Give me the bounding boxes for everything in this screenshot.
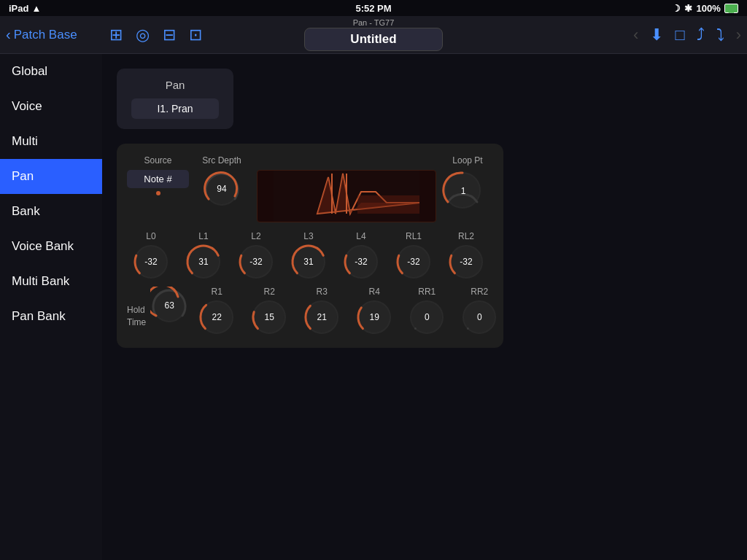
row1-knob-4[interactable]: -32 xyxy=(342,243,380,281)
hold-time-label: HoldTime xyxy=(127,304,146,329)
folder-icon[interactable]: ⊟ xyxy=(163,26,176,44)
library-icon[interactable]: ⊞ xyxy=(109,26,123,44)
prev-icon[interactable]: ‹ xyxy=(633,26,638,44)
src-depth-value: 94 xyxy=(217,184,226,194)
row1-knob-value-4: -32 xyxy=(355,257,367,267)
label-l2: L2 xyxy=(232,231,280,241)
src-depth-knob-container: 94 xyxy=(193,170,251,208)
row1-knob-col-2: -32 xyxy=(232,243,280,281)
panel-top-row: Source Note # Src Depth 94 xyxy=(127,155,493,222)
back-button[interactable]: ‹ Patch Base xyxy=(6,26,101,43)
row2-knob-4[interactable]: 0 xyxy=(408,298,446,336)
patch-title[interactable]: Untitled xyxy=(304,28,443,51)
source-label: Source xyxy=(127,155,189,166)
bluetooth-icon: ✱ xyxy=(684,3,692,14)
loop-pt-knob[interactable]: 1 xyxy=(442,170,483,211)
row2-knob-1[interactable]: 15 xyxy=(250,298,288,336)
row2-knob-col-2: 21 xyxy=(298,298,346,336)
waveform-section: Waveform xyxy=(257,155,436,222)
sidebar-item-pan-bank[interactable]: Pan Bank xyxy=(0,299,102,334)
row2-knob-value-1: 15 xyxy=(265,312,274,322)
row2-knob-value-4: 0 xyxy=(425,312,430,322)
row1-knobs: -32 31 -32 31 xyxy=(127,243,493,281)
note-dot xyxy=(156,191,160,195)
row1-knob-2[interactable]: -32 xyxy=(237,243,275,281)
label-l1: L1 xyxy=(179,231,228,241)
share-icon[interactable]: ⤴ xyxy=(697,26,705,44)
sidebar-item-pan[interactable]: Pan xyxy=(0,159,102,194)
row2-knob-value-5: 0 xyxy=(477,312,482,322)
export-icon[interactable]: ⤵ xyxy=(716,26,724,44)
sidebar-item-multi[interactable]: Multi xyxy=(0,124,102,159)
row1-knob-1[interactable]: 31 xyxy=(185,243,222,281)
sidebar-item-voice-bank[interactable]: Voice Bank xyxy=(0,229,102,264)
back-label: Patch Base xyxy=(14,28,77,42)
row2-knob-value-2: 21 xyxy=(317,312,327,322)
sidebar-item-bank[interactable]: Bank xyxy=(0,194,102,229)
row1-knob-5[interactable]: -32 xyxy=(395,243,433,281)
label-rl2: RL2 xyxy=(442,231,490,241)
label-rr1: RR1 xyxy=(403,287,451,297)
label-r1: R1 xyxy=(193,287,241,297)
row1-knob-col-1: 31 xyxy=(179,243,228,281)
sidebar-item-global[interactable]: Global xyxy=(0,54,102,89)
row1-knob-6[interactable]: -32 xyxy=(447,243,485,281)
battery-icon: ▓ xyxy=(724,4,738,13)
row1-knob-col-6: -32 xyxy=(442,243,490,281)
row1-knob-value-5: -32 xyxy=(407,257,419,267)
status-left: iPad ▲ xyxy=(9,3,41,14)
back-icon: ‹ xyxy=(6,26,11,43)
row2-knob-col-1: 15 xyxy=(245,298,293,336)
status-time: 5:52 PM xyxy=(355,3,391,14)
download-icon[interactable]: ⬇ xyxy=(650,26,663,44)
row2-knob-3[interactable]: 19 xyxy=(355,298,393,336)
wifi-label: iPad xyxy=(9,3,28,14)
doc-icon[interactable]: □ xyxy=(675,26,684,44)
loop-pt-value: 1 xyxy=(461,186,466,196)
clipboard-icon[interactable]: ⊡ xyxy=(189,26,202,44)
row1-knob-col-0: -32 xyxy=(127,243,175,281)
pan-card-value[interactable]: I1. Pran xyxy=(131,98,219,119)
row1-knob-col-3: 31 xyxy=(285,243,333,281)
nav-icons-left: ⊞ ◎ ⊟ ⊡ xyxy=(109,26,202,44)
hold-time-knob[interactable]: 63 xyxy=(150,287,188,324)
row1-knob-col-4: -32 xyxy=(337,243,385,281)
waveform-display[interactable] xyxy=(257,170,436,222)
row1-knob-value-6: -32 xyxy=(460,257,472,267)
loop-pt-section: Loop Pt 1 xyxy=(442,155,493,211)
pan-card-title: Pan xyxy=(131,79,219,91)
row1-labels: L0 L1 L2 L3 L4 RL1 RL2 xyxy=(127,231,493,241)
row1-knob-3[interactable]: 31 xyxy=(290,243,328,281)
label-r3: R3 xyxy=(298,287,346,297)
row2-knob-2[interactable]: 21 xyxy=(303,298,341,336)
face-icon[interactable]: ◎ xyxy=(136,26,150,44)
wifi-icon: ▲ xyxy=(31,3,41,14)
status-bar: iPad ▲ 5:52 PM ☽ ✱ 100% ▓ xyxy=(0,0,747,16)
patch-subtitle: Pan - TG77 xyxy=(304,18,443,27)
label-rl1: RL1 xyxy=(390,231,438,241)
next-icon[interactable]: › xyxy=(736,26,741,44)
sidebar-item-multi-bank[interactable]: Multi Bank xyxy=(0,264,102,299)
row1-knob-value-3: 31 xyxy=(303,257,313,267)
note-btn[interactable]: Note # xyxy=(127,170,189,188)
row2-knob-5[interactable]: 0 xyxy=(460,298,498,336)
row1-knob-value-2: -32 xyxy=(249,257,262,267)
src-depth-section: Src Depth 94 xyxy=(193,155,251,208)
row2-knob-col-5: 0 xyxy=(455,298,503,336)
label-r4: R4 xyxy=(350,287,398,297)
svg-rect-6 xyxy=(357,195,419,214)
row1-knob-value-0: -32 xyxy=(144,257,157,267)
pan-card: Pan I1. Pran xyxy=(117,69,233,129)
sidebar-item-voice[interactable]: Voice xyxy=(0,89,102,124)
row2-knob-0[interactable]: 22 xyxy=(198,298,236,336)
synth-panel: Source Note # Src Depth 94 xyxy=(117,144,503,348)
src-depth-knob[interactable]: 94 xyxy=(203,170,241,208)
label-rr2: RR2 xyxy=(455,287,503,297)
hold-time-knob-col: 63 xyxy=(150,287,188,336)
row2-knob-col-3: 19 xyxy=(350,298,398,336)
src-depth-label: Src Depth xyxy=(193,155,251,166)
source-section: Source Note # xyxy=(127,155,189,195)
row1-knob-0[interactable]: -32 xyxy=(132,243,170,281)
row2-labels: R1 R2 R3 R4 RR1 RR2 xyxy=(193,287,503,297)
label-l4: L4 xyxy=(337,231,385,241)
